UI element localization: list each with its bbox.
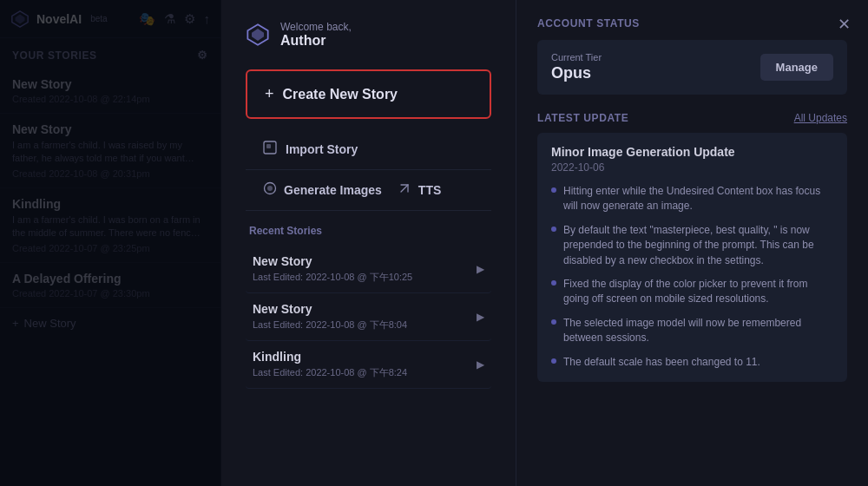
recent-item-2[interactable]: Kindling Last Edited: 2022-10-08 @ 下午8:2… bbox=[246, 341, 491, 389]
update-item-4: The default scale has been changed to 11… bbox=[551, 355, 833, 370]
welcome-author: Author bbox=[280, 33, 352, 49]
update-item-text-1: By default the text "masterpiece, best q… bbox=[563, 223, 833, 268]
recent-item-0[interactable]: New Story Last Edited: 2022-10-08 @ 下午10… bbox=[246, 246, 491, 293]
close-button[interactable]: ✕ bbox=[832, 12, 856, 36]
bullet-icon-0 bbox=[551, 187, 556, 193]
recent-item-info-0: New Story Last Edited: 2022-10-08 @ 下午10… bbox=[253, 254, 477, 284]
import-label: Import Story bbox=[286, 142, 358, 156]
bullet-icon-3 bbox=[551, 319, 556, 325]
update-item-text-4: The default scale has been changed to 11… bbox=[563, 355, 760, 370]
recent-item-date-2: Last Edited: 2022-10-08 @ 下午8:24 bbox=[253, 366, 477, 379]
recent-stories-title: Recent Stories bbox=[246, 225, 491, 237]
update-name: Minor Image Generation Update bbox=[551, 145, 833, 159]
update-date: 2022-10-06 bbox=[551, 161, 833, 174]
update-item-text-0: Hitting enter while the Undesired Conten… bbox=[563, 184, 833, 214]
tier-label: Current Tier bbox=[551, 52, 602, 62]
recent-item-arrow-0: ▶ bbox=[477, 263, 484, 275]
update-item-0: Hitting enter while the Undesired Conten… bbox=[551, 184, 833, 214]
recent-item-arrow-2: ▶ bbox=[477, 358, 484, 371]
generate-images-button[interactable]: Generate Images bbox=[263, 181, 382, 199]
bullet-icon-1 bbox=[551, 227, 556, 232]
modal-right-panel: Account Status Current Tier Opus Manage … bbox=[516, 0, 868, 486]
recent-item-title-0: New Story bbox=[253, 254, 477, 268]
recent-item-title-1: New Story bbox=[253, 302, 477, 316]
recent-item-arrow-1: ▶ bbox=[477, 311, 484, 323]
tier-box: Current Tier Opus Manage bbox=[537, 40, 847, 95]
svg-rect-5 bbox=[266, 144, 271, 148]
update-item-2: Fixed the display of the color picker to… bbox=[551, 277, 833, 307]
latest-update-header: Latest Update All Updates bbox=[537, 112, 847, 124]
actions-row: Generate Images TTS bbox=[246, 170, 491, 211]
generate-images-icon bbox=[263, 181, 277, 199]
close-icon: ✕ bbox=[838, 15, 851, 34]
modal-left-panel: Welcome back, Author + Create New Story … bbox=[221, 0, 516, 486]
create-plus-icon: + bbox=[265, 85, 274, 103]
recent-item-info-1: New Story Last Edited: 2022-10-08 @ 下午8:… bbox=[253, 302, 477, 332]
recent-item-date-0: Last Edited: 2022-10-08 @ 下午10:25 bbox=[253, 271, 477, 284]
welcome-greeting: Welcome back, bbox=[280, 21, 352, 33]
recent-item-info-2: Kindling Last Edited: 2022-10-08 @ 下午8:2… bbox=[253, 350, 477, 379]
create-new-label: Create New Story bbox=[283, 87, 398, 102]
welcome-text-block: Welcome back, Author bbox=[280, 21, 352, 49]
welcome-logo-icon bbox=[246, 23, 270, 47]
generate-images-label: Generate Images bbox=[284, 183, 382, 197]
modal-dialog: ✕ Welcome back, Author + Create New Stor… bbox=[221, 0, 868, 486]
svg-marker-3 bbox=[252, 29, 264, 41]
bullet-icon-4 bbox=[551, 358, 556, 364]
welcome-section: Welcome back, Author bbox=[246, 21, 491, 49]
bullet-icon-2 bbox=[551, 280, 556, 286]
update-item-text-3: The selected image model will now be rem… bbox=[563, 316, 833, 346]
update-item-text-2: Fixed the display of the color picker to… bbox=[563, 277, 833, 307]
update-item-3: The selected image model will now be rem… bbox=[551, 316, 833, 346]
svg-point-7 bbox=[267, 186, 273, 191]
manage-button[interactable]: Manage bbox=[760, 54, 833, 81]
recent-stories-section: Recent Stories New Story Last Edited: 20… bbox=[246, 225, 491, 389]
tts-label: TTS bbox=[418, 183, 441, 197]
tier-value: Opus bbox=[551, 64, 602, 82]
update-items-list: Hitting enter while the Undesired Conten… bbox=[551, 184, 833, 370]
tts-button[interactable]: TTS bbox=[399, 183, 441, 198]
all-updates-link[interactable]: All Updates bbox=[794, 112, 847, 124]
create-new-story-button[interactable]: + Create New Story bbox=[246, 69, 491, 119]
recent-item-1[interactable]: New Story Last Edited: 2022-10-08 @ 下午8:… bbox=[246, 293, 491, 341]
latest-update-title: Latest Update bbox=[537, 112, 628, 124]
tier-info: Current Tier Opus bbox=[551, 52, 602, 82]
import-icon bbox=[263, 141, 277, 158]
update-box: Minor Image Generation Update 2022-10-06… bbox=[537, 133, 847, 382]
update-item-1: By default the text "masterpiece, best q… bbox=[551, 223, 833, 268]
recent-item-title-2: Kindling bbox=[253, 350, 477, 364]
recent-item-date-1: Last Edited: 2022-10-08 @ 下午8:04 bbox=[253, 319, 477, 332]
tts-external-icon bbox=[399, 183, 411, 198]
account-status-title: Account Status bbox=[537, 17, 847, 30]
import-story-button[interactable]: Import Story bbox=[246, 129, 491, 170]
